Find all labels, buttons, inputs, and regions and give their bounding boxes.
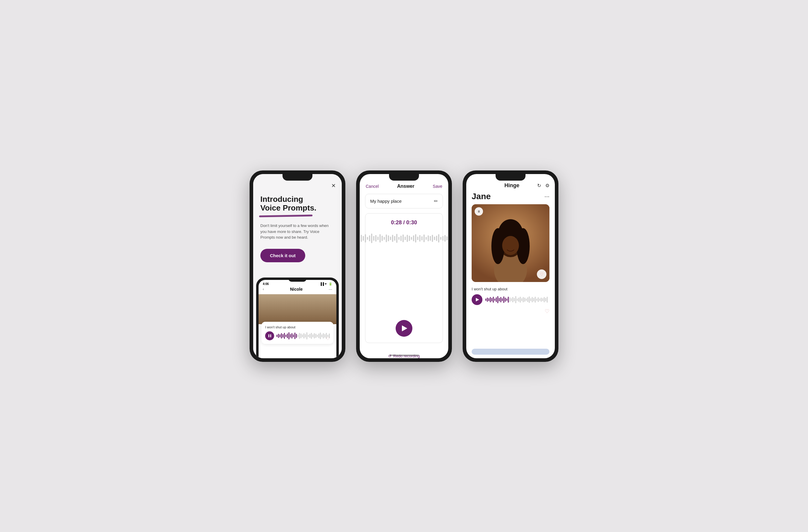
prompt-box: My happy place ✏ xyxy=(365,194,443,208)
photo-badge: ≡ xyxy=(475,207,483,215)
intro-title: Introducing Voice Prompts. xyxy=(260,195,334,213)
title-underline xyxy=(259,215,313,217)
mini-photo xyxy=(259,294,336,324)
prompt-text: My happy place xyxy=(370,198,402,204)
bottom-bar xyxy=(472,349,549,355)
phone-3: Hinge ↻ ⚙ Jane ··· xyxy=(463,170,558,362)
refresh-icon[interactable]: ↻ xyxy=(537,183,541,188)
mini-time: 4:06 xyxy=(263,282,269,286)
voice-section-label: I won't shut up about xyxy=(472,287,549,291)
notch-1 xyxy=(282,174,312,180)
mini-signal: ▐▐ ᯤ 🔋 xyxy=(319,282,332,286)
play-button-large[interactable] xyxy=(396,320,412,337)
pause-button-mini[interactable] xyxy=(265,331,274,340)
redo-section: ↺ Redo recording xyxy=(360,349,448,358)
answer-title: Answer xyxy=(397,184,415,189)
voice-player-row xyxy=(472,294,549,305)
voice-card-mini: I won't shut up about ♡ xyxy=(261,322,333,344)
phone3-screen: Hinge ↻ ⚙ Jane ··· xyxy=(466,174,555,358)
timer-display: 0:28 / 0:30 xyxy=(371,220,437,226)
mini-phone: 4:06 ▐▐ ᯤ 🔋 ‹ Nicole ··· xyxy=(256,278,339,358)
svg-point-7 xyxy=(502,236,519,255)
more-options-icon[interactable]: ··· xyxy=(544,193,549,200)
intro-subtitle: Don't limit yourself to a few words when… xyxy=(260,223,334,241)
check-it-out-button[interactable]: Check it out xyxy=(260,249,305,262)
waveform-profile xyxy=(485,295,549,304)
play-button-profile[interactable] xyxy=(472,294,482,305)
phone-2: Cancel Answer Save My happy place ✏ 0:28… xyxy=(356,170,452,362)
hinge-logo: Hinge xyxy=(504,183,519,189)
profile-name-row: Jane ··· xyxy=(466,192,555,204)
home-indicator-2 xyxy=(389,355,419,356)
answer-header: Cancel Answer Save xyxy=(360,184,448,194)
heart-row: ♡ xyxy=(466,305,555,315)
voice-section: I won't shut up about xyxy=(466,282,555,305)
notch-2 xyxy=(389,174,419,180)
notch-3 xyxy=(496,174,526,180)
waveform-mini xyxy=(276,331,330,340)
mini-header: ‹ Nicole ··· xyxy=(259,287,336,294)
waveform-row xyxy=(265,331,330,340)
mini-profile-name: Nicole xyxy=(290,287,302,291)
phones-container: ✕ Introducing Voice Prompts. Don't limit… xyxy=(250,170,558,362)
photo-heart-button[interactable]: ♡ xyxy=(537,269,547,279)
close-button[interactable]: ✕ xyxy=(331,183,336,189)
phone-1: ✕ Introducing Voice Prompts. Don't limit… xyxy=(250,170,345,362)
cancel-button[interactable]: Cancel xyxy=(366,184,379,189)
heart-icon-mini[interactable]: ♡ xyxy=(326,336,330,341)
phone1-screen: ✕ Introducing Voice Prompts. Don't limit… xyxy=(253,174,342,358)
mini-notch xyxy=(289,280,307,282)
filter-icon[interactable]: ⚙ xyxy=(545,183,549,188)
profile-header: Hinge ↻ ⚙ xyxy=(466,183,555,192)
profile-photo: ≡ ♡ xyxy=(472,204,549,282)
header-icons: ↻ ⚙ xyxy=(537,183,549,188)
edit-icon[interactable]: ✏ xyxy=(434,198,438,204)
phone2-screen: Cancel Answer Save My happy place ✏ 0:28… xyxy=(360,174,448,358)
profile-name: Jane xyxy=(472,192,491,201)
recording-box: 0:28 / 0:30 xyxy=(365,213,443,343)
heart-icon-profile[interactable]: ♡ xyxy=(545,308,549,315)
voice-card-label: I won't shut up about xyxy=(265,325,330,329)
waveform-large xyxy=(371,229,437,247)
save-button[interactable]: Save xyxy=(433,184,442,189)
